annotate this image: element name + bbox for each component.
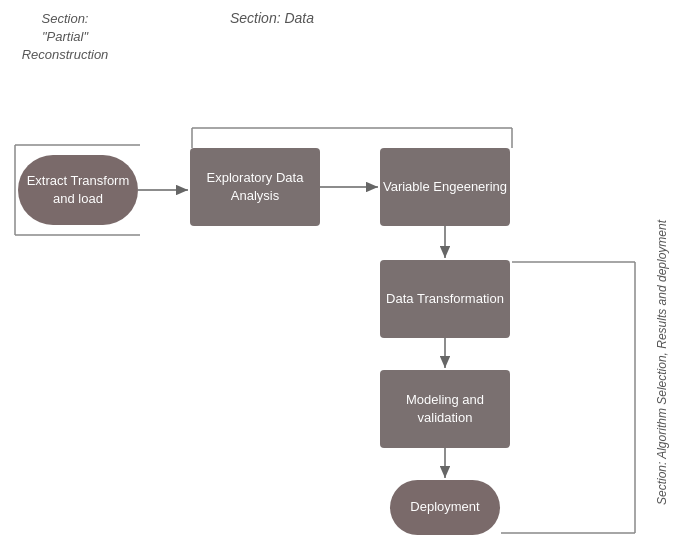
partial-label-text: Section: "Partial" Reconstruction <box>22 11 109 62</box>
ve-label: Variable Engeenering <box>383 178 507 196</box>
ve-node: Variable Engeenering <box>380 148 510 226</box>
eda-label: Exploratory Data Analysis <box>190 169 320 205</box>
mv-label: Modeling and validation <box>380 391 510 427</box>
mv-node: Modeling and validation <box>380 370 510 448</box>
diagram-container: Section: "Partial" Reconstruction Sectio… <box>0 0 685 557</box>
algo-label-text: Section: Algorithm Selection, Results an… <box>655 220 669 505</box>
section-partial-label: Section: "Partial" Reconstruction <box>10 10 120 65</box>
section-data-label: Section: Data <box>230 10 314 26</box>
dt-node: Data Transformation <box>380 260 510 338</box>
etl-node: Extract Transform and load <box>18 155 138 225</box>
section-algo-label: Section: Algorithm Selection, Results an… <box>655 220 677 505</box>
data-label-text: Section: Data <box>230 10 314 26</box>
etl-label: Extract Transform and load <box>18 172 138 208</box>
deploy-label: Deployment <box>410 498 479 516</box>
deploy-node: Deployment <box>390 480 500 535</box>
dt-label: Data Transformation <box>386 290 504 308</box>
eda-node: Exploratory Data Analysis <box>190 148 320 226</box>
arrows-svg <box>0 0 685 557</box>
